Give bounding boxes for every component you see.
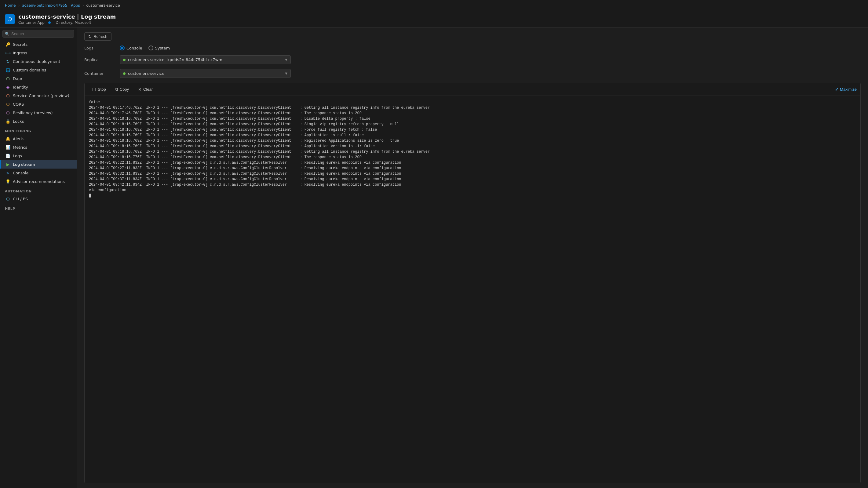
sidebar-item-label: Console [13,171,29,175]
sidebar-item-cli[interactable]: ⬡ CLI / PS [0,194,77,203]
automation-section-header: Automation [0,186,77,194]
ingress-icon: ⟷ [5,51,10,55]
status-dot [48,21,51,24]
replica-value: customers-service--kpdds2n-844c754bf-cx7… [128,57,222,62]
page-header: ⬡ customers-service | Log stream Contain… [0,11,868,28]
breadcrumb-home[interactable]: Home [5,3,16,8]
main-layout: 🔍 🔑 Secrets ⟷ Ingress ↻ Continuous deplo… [0,28,868,488]
logs-form-row: Logs Console System [84,45,861,51]
replica-status-dot [123,59,126,61]
replica-dropdown[interactable]: customers-service--kpdds2n-844c754bf-cx7… [120,55,291,64]
console-icon: > [5,171,10,175]
connector-icon: ⬡ [5,93,10,98]
sidebar-item-label: Custom domains [13,68,46,72]
system-radio-label: System [155,46,170,51]
dapr-icon: ⬡ [5,76,10,81]
sidebar-item-label: Identity [13,85,28,89]
console-radio-label: Console [126,46,142,51]
monitoring-section-header: Monitoring [0,125,77,134]
sidebar-item-custom-domains[interactable]: 🌐 Custom domains [0,66,77,74]
help-section-header: Help [0,203,77,212]
advisor-icon: 💡 [5,179,10,184]
sidebar-item-log-stream[interactable]: ▶ Log stream [0,160,77,169]
container-status-dot [123,72,126,75]
breadcrumb-sep1: › [18,3,20,8]
sidebar-item-identity[interactable]: ◈ Identity [0,83,77,91]
sidebar-item-label: Locks [13,119,24,124]
sidebar-item-metrics[interactable]: 📊 Metrics [0,143,77,151]
logstream-icon: ▶ [5,162,10,167]
app-icon: ⬡ [5,14,15,24]
console-radio-option[interactable]: Console [120,45,142,51]
container-dropdown[interactable]: customers-service ▼ [120,69,291,78]
system-radio-option[interactable]: System [149,45,170,51]
console-radio-circle[interactable] [120,45,125,51]
locks-icon: 🔒 [5,119,10,124]
refresh-button[interactable]: ↻ Refresh [84,32,112,41]
sidebar-item-label: Service Connector (preview) [13,93,69,98]
stop-label: Stop [98,87,106,92]
maximize-icon: ⤢ [835,87,838,92]
sidebar-item-dapr[interactable]: ⬡ Dapr [0,74,77,83]
sidebar-item-label: Resiliency (preview) [13,111,53,115]
maximize-button[interactable]: ⤢ Maximize [835,87,857,92]
container-app-icon-glyph: ⬡ [8,16,12,22]
system-radio-circle[interactable] [149,45,153,51]
sidebar-item-label: CORS [13,102,24,106]
breadcrumb-sep2: › [83,3,84,8]
secrets-icon: 🔑 [5,42,10,47]
sidebar-item-label: Dapr [13,77,23,81]
container-dropdown-left: customers-service [123,71,164,76]
replica-form-row: Replica customers-service--kpdds2n-844c7… [84,55,861,64]
directory-label: Directory: Microsoft [56,21,91,25]
sidebar-item-service-connector[interactable]: ⬡ Service Connector (preview) [0,91,77,100]
breadcrumb-appenv[interactable]: acaenv-petclinic-647955 | Apps [22,3,80,8]
stop-button[interactable]: ☐ Stop [88,85,110,94]
log-toolbar: ☐ Stop ⧉ Copy ✕ Clear ⤢ Maximize [85,83,860,96]
sidebar-item-label: Continuous deployment [13,59,60,64]
breadcrumb: Home › acaenv-petclinic-647955 | Apps › … [0,0,868,11]
sidebar-item-logs[interactable]: 📄 Logs [0,151,77,160]
search-container[interactable]: 🔍 [2,30,74,37]
replica-label: Replica [84,57,115,62]
container-label: Container [84,71,115,76]
sidebar-item-label: CLI / PS [13,197,28,201]
sidebar-item-label: Alerts [13,136,25,141]
sidebar-item-cors[interactable]: ⬡ CORS [0,100,77,109]
sidebar-item-ingress[interactable]: ⟷ Ingress [0,49,77,57]
copy-button[interactable]: ⧉ Copy [111,85,133,94]
domains-icon: 🌐 [5,67,10,72]
container-value: customers-service [128,71,164,76]
copy-icon: ⧉ [115,87,118,92]
deployment-icon: ↻ [5,59,10,64]
sidebar-item-console[interactable]: > Console [0,169,77,177]
clear-icon: ✕ [138,87,142,92]
resiliency-icon: ⬡ [5,110,10,115]
identity-icon: ◈ [5,85,10,89]
replica-chevron-icon: ▼ [285,58,287,61]
search-icon: 🔍 [5,32,9,36]
clear-button[interactable]: ✕ Clear [134,85,157,94]
maximize-label: Maximize [840,87,857,92]
sidebar-item-alerts[interactable]: 🔔 Alerts [0,134,77,143]
sidebar-item-secrets[interactable]: 🔑 Secrets [0,40,77,49]
cli-icon: ⬡ [5,196,10,201]
logs-label: Logs [84,46,115,51]
sidebar-item-label: Ingress [13,51,27,55]
sidebar-item-label: Logs [13,154,22,158]
search-input[interactable] [2,30,74,37]
log-content[interactable]: false 2024-04-01T09:17:46.762Z INFO 1 --… [85,96,860,483]
sidebar-item-label: Secrets [13,42,28,47]
logs-icon: 📄 [5,153,10,158]
container-form-row: Container customers-service ▼ [84,69,861,78]
header-text-block: customers-service | Log stream Container… [18,13,116,25]
sidebar-item-label: Log stream [13,162,35,167]
sidebar-item-continuous-deployment[interactable]: ↻ Continuous deployment [0,57,77,66]
sidebar-item-locks[interactable]: 🔒 Locks [0,117,77,125]
sidebar-item-resiliency[interactable]: ⬡ Resiliency (preview) [0,109,77,117]
sidebar-item-label: Advisor recommendations [13,179,65,184]
replica-dropdown-left: customers-service--kpdds2n-844c754bf-cx7… [123,57,222,62]
content-inner: ↻ Refresh Logs Console System [77,28,868,488]
sidebar-item-advisor[interactable]: 💡 Advisor recommendations [0,177,77,186]
refresh-row: ↻ Refresh [84,32,861,41]
